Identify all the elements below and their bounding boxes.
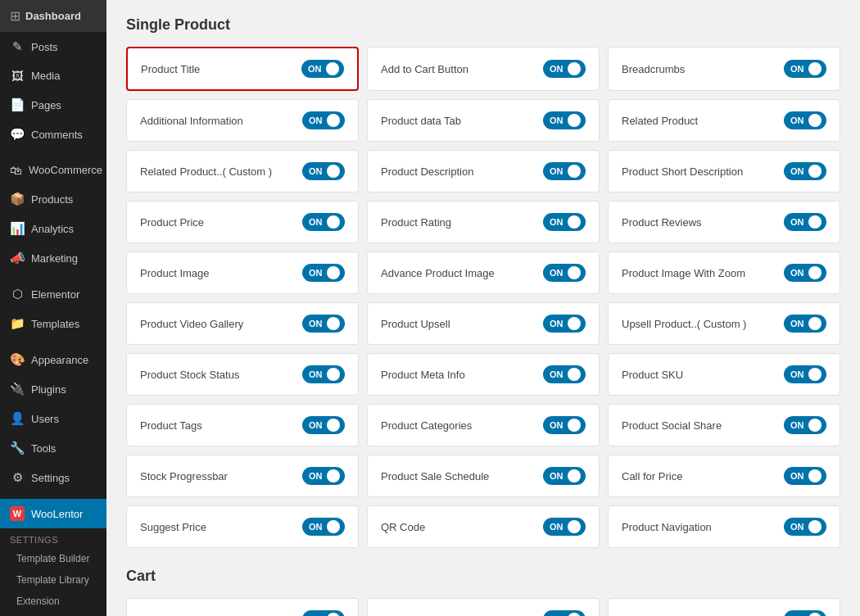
toggle-card-product-upsell[interactable]: Product UpsellON bbox=[367, 302, 600, 345]
sidebar-item-analytics[interactable]: 📊 Analytics bbox=[0, 214, 106, 243]
toggle-switch-product-data-tab[interactable]: ON bbox=[543, 111, 586, 129]
sidebar-item-appearance[interactable]: 🎨 Appearance bbox=[0, 345, 106, 374]
sidebar-sub-extension[interactable]: Extension bbox=[0, 591, 106, 612]
sidebar-sub-license[interactable]: License bbox=[0, 612, 106, 616]
toggle-knob-related-product-custom bbox=[327, 165, 340, 178]
toggle-card-product-tags[interactable]: Product TagsON bbox=[126, 404, 359, 446]
toggle-switch-product-meta-info[interactable]: ON bbox=[543, 365, 586, 383]
toggle-switch-product-stock-status[interactable]: ON bbox=[302, 365, 345, 383]
sidebar-item-elementor[interactable]: ⬡ Elementor bbox=[0, 279, 106, 309]
dashboard-label: Dashboard bbox=[25, 10, 81, 22]
sidebar-item-tools[interactable]: 🔧 Tools bbox=[0, 433, 106, 463]
sidebar-item-comments[interactable]: 💬 Comments bbox=[0, 120, 106, 149]
sidebar-dashboard[interactable]: ⊞ Dashboard bbox=[0, 0, 106, 32]
toggle-card-product-cart-table[interactable]: Product Cart TableON bbox=[126, 598, 359, 616]
sidebar-sub-template-builder[interactable]: Template Builder bbox=[0, 548, 106, 569]
sidebar-item-settings[interactable]: ⚙ Settings bbox=[0, 463, 106, 492]
sidebar-item-woolentor[interactable]: W WooLentor bbox=[0, 499, 106, 528]
toggle-label-product-reviews: Product Reviews bbox=[622, 216, 702, 229]
toggle-text-product-image: ON bbox=[309, 268, 323, 278]
toggle-card-return-to-shop-button[interactable]: Return To Shop ButtonON bbox=[608, 598, 840, 616]
sidebar-item-users[interactable]: 👤 Users bbox=[0, 404, 106, 433]
sidebar-item-label: WooCommerce bbox=[29, 164, 102, 176]
toggle-text-product-rating: ON bbox=[550, 217, 564, 227]
toggle-switch-related-product[interactable]: ON bbox=[784, 111, 826, 129]
toggle-switch-product-price[interactable]: ON bbox=[302, 213, 345, 231]
toggle-card-product-sku[interactable]: Product SKUON bbox=[608, 353, 840, 396]
toggle-switch-product-upsell[interactable]: ON bbox=[543, 315, 586, 333]
toggle-switch-add-to-cart-button[interactable]: ON bbox=[543, 60, 586, 78]
toggle-switch-product-rating[interactable]: ON bbox=[543, 213, 586, 231]
sidebar-item-label: Settings bbox=[31, 472, 70, 484]
sidebar-item-products[interactable]: 📦 Products bbox=[0, 184, 106, 214]
sidebar-item-pages[interactable]: 📄 Pages bbox=[0, 90, 106, 120]
sidebar-sub-template-library[interactable]: Template Library bbox=[0, 569, 106, 591]
toggle-card-related-product[interactable]: Related ProductON bbox=[608, 99, 840, 142]
toggle-switch-product-description[interactable]: ON bbox=[543, 162, 586, 180]
toggle-text-related-product-custom: ON bbox=[309, 166, 323, 176]
toggle-card-product-meta-info[interactable]: Product Meta InfoON bbox=[367, 353, 600, 396]
toggle-switch-upsell-product-custom[interactable]: ON bbox=[784, 315, 826, 333]
toggle-card-product-stock-status[interactable]: Product Stock StatusON bbox=[126, 353, 359, 396]
toggle-label-product-upsell: Product Upsell bbox=[381, 318, 450, 330]
toggle-label-product-cart-total: Product Cart Total bbox=[381, 614, 466, 617]
toggle-card-product-navigation[interactable]: Product NavigationON bbox=[608, 505, 840, 548]
toggle-switch-suggest-price[interactable]: ON bbox=[302, 518, 345, 536]
toggle-switch-product-social-share[interactable]: ON bbox=[784, 416, 826, 434]
toggle-card-product-video-gallery[interactable]: Product Video GalleryON bbox=[126, 302, 359, 345]
toggle-switch-product-image-with-zoom[interactable]: ON bbox=[784, 264, 826, 282]
toggle-switch-product-title[interactable]: ON bbox=[301, 60, 344, 78]
toggle-card-product-rating[interactable]: Product RatingON bbox=[367, 201, 600, 243]
toggle-knob-product-title bbox=[326, 62, 339, 75]
toggle-switch-call-for-price[interactable]: ON bbox=[784, 467, 826, 485]
toggle-switch-additional-information[interactable]: ON bbox=[302, 111, 345, 129]
sidebar-item-woocommerce[interactable]: 🛍 WooCommerce bbox=[0, 156, 106, 184]
toggle-card-qr-code[interactable]: QR CodeON bbox=[367, 505, 600, 548]
toggle-card-product-social-share[interactable]: Product Social ShareON bbox=[608, 404, 840, 446]
toggle-switch-return-to-shop-button[interactable]: ON bbox=[784, 610, 826, 616]
toggle-switch-qr-code[interactable]: ON bbox=[543, 518, 586, 536]
toggle-card-product-image-with-zoom[interactable]: Product Image With ZoomON bbox=[608, 251, 840, 294]
toggle-card-related-product-custom[interactable]: Related Product..( Custom )ON bbox=[126, 150, 359, 192]
toggle-card-product-sale-schedule[interactable]: Product Sale ScheduleON bbox=[367, 455, 600, 497]
toggle-switch-product-categories[interactable]: ON bbox=[543, 416, 586, 434]
toggle-switch-breadcrumbs[interactable]: ON bbox=[784, 60, 826, 78]
toggle-switch-product-image[interactable]: ON bbox=[302, 264, 345, 282]
sidebar-item-media[interactable]: 🖼 Media bbox=[0, 61, 106, 90]
toggle-label-product-tags: Product Tags bbox=[140, 419, 202, 432]
toggle-switch-advance-product-image[interactable]: ON bbox=[543, 264, 586, 282]
toggle-card-product-image[interactable]: Product ImageON bbox=[126, 251, 359, 294]
toggle-card-advance-product-image[interactable]: Advance Product ImageON bbox=[367, 251, 600, 294]
toggle-switch-product-sku[interactable]: ON bbox=[784, 365, 826, 383]
sidebar-item-templates[interactable]: 📁 Templates bbox=[0, 309, 106, 338]
toggle-card-product-title[interactable]: Product TitleON bbox=[126, 47, 359, 91]
toggle-switch-product-reviews[interactable]: ON bbox=[784, 213, 826, 231]
toggle-switch-related-product-custom[interactable]: ON bbox=[302, 162, 345, 180]
toggle-switch-product-short-description[interactable]: ON bbox=[784, 162, 826, 180]
toggle-card-additional-information[interactable]: Additional InformationON bbox=[126, 99, 359, 142]
toggle-switch-product-tags[interactable]: ON bbox=[302, 416, 345, 434]
toggle-card-suggest-price[interactable]: Suggest PriceON bbox=[126, 505, 359, 548]
toggle-switch-stock-progressbar[interactable]: ON bbox=[302, 467, 345, 485]
toggle-switch-product-navigation[interactable]: ON bbox=[784, 518, 826, 536]
toggle-card-product-categories[interactable]: Product CategoriesON bbox=[367, 404, 600, 446]
toggle-card-product-data-tab[interactable]: Product data TabON bbox=[367, 99, 600, 142]
sidebar-item-posts[interactable]: ✎ Posts bbox=[0, 32, 106, 61]
toggle-card-add-to-cart-button[interactable]: Add to Cart ButtonON bbox=[367, 47, 600, 91]
toggle-card-product-short-description[interactable]: Product Short DescriptionON bbox=[608, 150, 840, 192]
sidebar-item-marketing[interactable]: 📣 Marketing bbox=[0, 243, 106, 273]
sidebar-item-plugins[interactable]: 🔌 Plugins bbox=[0, 374, 106, 404]
toggle-card-product-description[interactable]: Product DescriptionON bbox=[367, 150, 600, 192]
toggle-switch-product-sale-schedule[interactable]: ON bbox=[543, 467, 586, 485]
toggle-card-breadcrumbs[interactable]: BreadcrumbsON bbox=[608, 47, 840, 91]
toggle-switch-product-cart-table[interactable]: ON bbox=[302, 610, 345, 616]
toggle-card-upsell-product-custom[interactable]: Upsell Product..( Custom )ON bbox=[608, 302, 840, 345]
toggle-switch-product-cart-total[interactable]: ON bbox=[543, 610, 586, 616]
toggle-switch-product-video-gallery[interactable]: ON bbox=[302, 315, 345, 333]
toggle-card-call-for-price[interactable]: Call for PriceON bbox=[608, 455, 840, 497]
toggle-card-product-reviews[interactable]: Product ReviewsON bbox=[608, 201, 840, 243]
toggle-card-product-cart-total[interactable]: Product Cart TotalON bbox=[367, 598, 600, 616]
toggle-card-stock-progressbar[interactable]: Stock ProgressbarON bbox=[126, 455, 359, 497]
toggle-card-product-price[interactable]: Product PriceON bbox=[126, 201, 359, 243]
users-icon: 👤 bbox=[10, 411, 25, 426]
